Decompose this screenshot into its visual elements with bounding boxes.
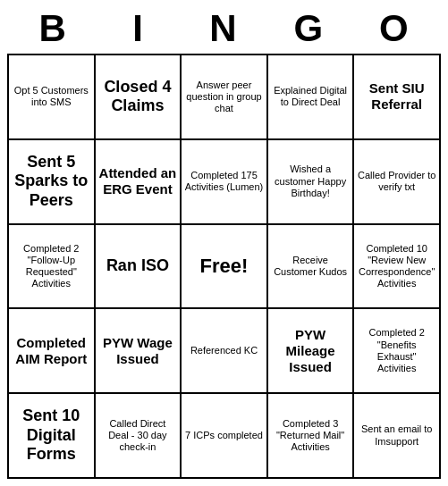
bingo-cell-9: Called Provider to verify txt — [354, 140, 441, 225]
bingo-cell-14: Completed 10 "Review New Correspondence"… — [354, 225, 441, 310]
bingo-cell-11: Ran ISO — [96, 225, 182, 310]
bingo-cell-19: Completed 2 "Benefits Exhaust" Activitie… — [354, 309, 441, 394]
bingo-cell-1: Closed 4 Claims — [96, 55, 182, 140]
bingo-cell-13: Receive Customer Kudos — [268, 225, 355, 310]
bingo-letter-i: I — [101, 7, 177, 50]
bingo-letter-o: O — [357, 7, 433, 50]
bingo-cell-12: Free! — [182, 225, 268, 310]
bingo-cell-4: Sent SIU Referral — [354, 55, 441, 140]
bingo-cell-7: Completed 175 Activities (Lumen) — [182, 140, 268, 225]
bingo-cell-3: Explained Digital to Direct Deal — [268, 55, 355, 140]
bingo-cell-10: Completed 2 "Follow-Up Requested" Activi… — [9, 225, 96, 310]
bingo-cell-17: Referenced KC — [182, 309, 268, 394]
bingo-letter-n: N — [186, 7, 262, 50]
bingo-cell-20: Sent 10 Digital Forms — [9, 394, 96, 479]
bingo-cell-24: Sent an email to Imsupport — [354, 394, 441, 479]
bingo-cell-0: Opt 5 Customers into SMS — [9, 55, 96, 140]
bingo-cell-18: PYW Mileage Issued — [268, 309, 355, 394]
bingo-cell-5: Sent 5 Sparks to Peers — [9, 140, 96, 225]
bingo-cell-21: Called Direct Deal - 30 day check-in — [96, 394, 182, 479]
bingo-cell-16: PYW Wage Issued — [96, 309, 182, 394]
bingo-cell-23: Completed 3 "Returned Mail" Activities — [268, 394, 355, 479]
bingo-letter-g: G — [271, 7, 347, 50]
bingo-cell-2: Answer peer question in group chat — [182, 55, 268, 140]
bingo-title: BINGO — [7, 7, 441, 50]
bingo-cell-6: Attended an ERG Event — [96, 140, 182, 225]
bingo-cell-8: Wished a customer Happy Birthday! — [268, 140, 355, 225]
bingo-cell-22: 7 ICPs completed — [182, 394, 268, 479]
bingo-letter-b: B — [15, 7, 91, 50]
bingo-grid: Opt 5 Customers into SMSClosed 4 ClaimsA… — [7, 54, 441, 479]
bingo-cell-15: Completed AIM Report — [9, 309, 96, 394]
